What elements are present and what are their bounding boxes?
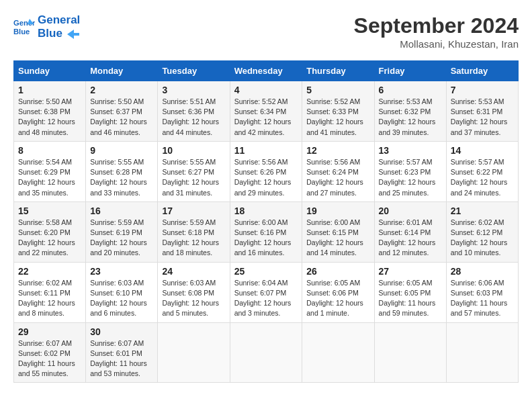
day-number: 12 xyxy=(306,145,369,156)
logo-icon: General Blue xyxy=(13,16,35,38)
calendar-cell xyxy=(374,322,446,383)
day-number: 29 xyxy=(18,326,81,337)
calendar-cell: 27 Sunrise: 6:05 AM Sunset: 6:05 PM Dayl… xyxy=(374,262,446,322)
day-info: Sunrise: 5:55 AM Sunset: 6:27 PM Dayligh… xyxy=(162,157,225,198)
calendar-cell: 8 Sunrise: 5:54 AM Sunset: 6:29 PM Dayli… xyxy=(14,141,86,201)
day-number: 11 xyxy=(234,145,298,156)
day-info: Sunrise: 5:59 AM Sunset: 6:19 PM Dayligh… xyxy=(90,218,153,259)
day-number: 30 xyxy=(90,326,153,337)
calendar-cell xyxy=(446,322,518,383)
title-block: September 2024 Mollasani, Khuzestan, Ira… xyxy=(354,13,519,50)
day-info: Sunrise: 6:00 AM Sunset: 6:16 PM Dayligh… xyxy=(234,218,298,259)
day-info: Sunrise: 5:58 AM Sunset: 6:20 PM Dayligh… xyxy=(18,218,81,259)
calendar-cell: 2 Sunrise: 5:50 AM Sunset: 6:37 PM Dayli… xyxy=(86,81,158,142)
col-header-monday: Monday xyxy=(86,61,158,81)
calendar-cell: 12 Sunrise: 5:56 AM Sunset: 6:24 PM Dayl… xyxy=(302,141,374,201)
calendar-cell: 30 Sunrise: 6:07 AM Sunset: 6:01 PM Dayl… xyxy=(86,322,158,383)
calendar-cell: 11 Sunrise: 5:56 AM Sunset: 6:26 PM Dayl… xyxy=(230,141,302,201)
calendar-cell: 10 Sunrise: 5:55 AM Sunset: 6:27 PM Dayl… xyxy=(158,141,230,201)
month-year-title: September 2024 xyxy=(354,13,519,38)
day-number: 28 xyxy=(451,266,514,277)
day-number: 2 xyxy=(90,85,153,95)
day-info: Sunrise: 5:52 AM Sunset: 6:34 PM Dayligh… xyxy=(234,97,298,138)
day-info: Sunrise: 6:02 AM Sunset: 6:11 PM Dayligh… xyxy=(18,278,81,319)
calendar-table: Sunday Monday Tuesday Wednesday Thursday… xyxy=(13,60,519,383)
day-number: 18 xyxy=(234,205,298,216)
day-number: 27 xyxy=(379,266,442,277)
day-number: 17 xyxy=(162,205,225,216)
day-number: 13 xyxy=(379,145,442,156)
day-info: Sunrise: 5:59 AM Sunset: 6:18 PM Dayligh… xyxy=(162,218,225,259)
day-number: 15 xyxy=(18,205,81,216)
day-number: 6 xyxy=(379,85,442,95)
location-subtitle: Mollasani, Khuzestan, Iran xyxy=(354,38,519,50)
day-info: Sunrise: 6:01 AM Sunset: 6:14 PM Dayligh… xyxy=(379,218,442,259)
day-number: 26 xyxy=(306,266,369,277)
calendar-cell: 16 Sunrise: 5:59 AM Sunset: 6:19 PM Dayl… xyxy=(86,201,158,262)
calendar-cell xyxy=(302,322,374,383)
calendar-cell: 22 Sunrise: 6:02 AM Sunset: 6:11 PM Dayl… xyxy=(14,262,86,322)
col-header-sunday: Sunday xyxy=(14,61,86,81)
calendar-cell: 19 Sunrise: 6:00 AM Sunset: 6:15 PM Dayl… xyxy=(302,201,374,262)
day-info: Sunrise: 6:02 AM Sunset: 6:12 PM Dayligh… xyxy=(451,218,514,259)
day-info: Sunrise: 5:53 AM Sunset: 6:31 PM Dayligh… xyxy=(451,97,514,138)
day-info: Sunrise: 6:03 AM Sunset: 6:08 PM Dayligh… xyxy=(162,278,225,319)
day-number: 25 xyxy=(234,266,298,277)
day-info: Sunrise: 6:06 AM Sunset: 6:03 PM Dayligh… xyxy=(451,278,514,319)
calendar-cell: 21 Sunrise: 6:02 AM Sunset: 6:12 PM Dayl… xyxy=(446,201,518,262)
logo: General Blue General Blue xyxy=(13,13,80,41)
day-number: 10 xyxy=(162,145,225,156)
day-number: 7 xyxy=(451,85,514,95)
day-number: 14 xyxy=(451,145,514,156)
calendar-cell: 14 Sunrise: 5:57 AM Sunset: 6:22 PM Dayl… xyxy=(446,141,518,201)
day-number: 21 xyxy=(451,205,514,216)
day-number: 1 xyxy=(18,85,81,95)
day-info: Sunrise: 6:05 AM Sunset: 6:05 PM Dayligh… xyxy=(379,278,442,319)
calendar-cell: 7 Sunrise: 5:53 AM Sunset: 6:31 PM Dayli… xyxy=(446,81,518,142)
day-number: 23 xyxy=(90,266,153,277)
calendar-cell: 25 Sunrise: 6:04 AM Sunset: 6:07 PM Dayl… xyxy=(230,262,302,322)
day-info: Sunrise: 6:05 AM Sunset: 6:06 PM Dayligh… xyxy=(306,278,369,319)
day-info: Sunrise: 5:50 AM Sunset: 6:38 PM Dayligh… xyxy=(18,97,81,138)
day-info: Sunrise: 5:50 AM Sunset: 6:37 PM Dayligh… xyxy=(90,97,153,138)
day-info: Sunrise: 5:56 AM Sunset: 6:26 PM Dayligh… xyxy=(234,157,298,198)
svg-marker-3 xyxy=(67,30,79,39)
calendar-cell: 20 Sunrise: 6:01 AM Sunset: 6:14 PM Dayl… xyxy=(374,201,446,262)
calendar-cell: 5 Sunrise: 5:52 AM Sunset: 6:33 PM Dayli… xyxy=(302,81,374,142)
calendar-cell xyxy=(158,322,230,383)
day-number: 19 xyxy=(306,205,369,216)
day-info: Sunrise: 6:07 AM Sunset: 6:01 PM Dayligh… xyxy=(90,338,153,379)
calendar-cell: 15 Sunrise: 5:58 AM Sunset: 6:20 PM Dayl… xyxy=(14,201,86,262)
calendar-cell: 23 Sunrise: 6:03 AM Sunset: 6:10 PM Dayl… xyxy=(86,262,158,322)
day-info: Sunrise: 5:53 AM Sunset: 6:32 PM Dayligh… xyxy=(379,97,442,138)
day-info: Sunrise: 6:07 AM Sunset: 6:02 PM Dayligh… xyxy=(18,338,81,379)
day-info: Sunrise: 6:03 AM Sunset: 6:10 PM Dayligh… xyxy=(90,278,153,319)
day-info: Sunrise: 5:56 AM Sunset: 6:24 PM Dayligh… xyxy=(306,157,369,198)
logo-text-general: General xyxy=(38,13,80,27)
calendar-cell xyxy=(230,322,302,383)
col-header-thursday: Thursday xyxy=(302,61,374,81)
calendar-cell: 4 Sunrise: 5:52 AM Sunset: 6:34 PM Dayli… xyxy=(230,81,302,142)
day-info: Sunrise: 5:55 AM Sunset: 6:28 PM Dayligh… xyxy=(90,157,153,198)
day-number: 8 xyxy=(18,145,81,156)
day-info: Sunrise: 5:52 AM Sunset: 6:33 PM Dayligh… xyxy=(306,97,369,138)
day-info: Sunrise: 6:00 AM Sunset: 6:15 PM Dayligh… xyxy=(306,218,369,259)
calendar-cell: 29 Sunrise: 6:07 AM Sunset: 6:02 PM Dayl… xyxy=(14,322,86,383)
calendar-cell: 9 Sunrise: 5:55 AM Sunset: 6:28 PM Dayli… xyxy=(86,141,158,201)
day-number: 16 xyxy=(90,205,153,216)
day-info: Sunrise: 5:57 AM Sunset: 6:23 PM Dayligh… xyxy=(379,157,442,198)
day-number: 9 xyxy=(90,145,153,156)
calendar-cell: 13 Sunrise: 5:57 AM Sunset: 6:23 PM Dayl… xyxy=(374,141,446,201)
day-number: 3 xyxy=(162,85,225,95)
calendar-cell: 24 Sunrise: 6:03 AM Sunset: 6:08 PM Dayl… xyxy=(158,262,230,322)
calendar-cell: 26 Sunrise: 6:05 AM Sunset: 6:06 PM Dayl… xyxy=(302,262,374,322)
day-info: Sunrise: 5:57 AM Sunset: 6:22 PM Dayligh… xyxy=(451,157,514,198)
col-header-wednesday: Wednesday xyxy=(230,61,302,81)
col-header-friday: Friday xyxy=(374,61,446,81)
col-header-tuesday: Tuesday xyxy=(158,61,230,81)
day-number: 4 xyxy=(234,85,298,95)
day-number: 20 xyxy=(379,205,442,216)
svg-text:Blue: Blue xyxy=(13,28,30,36)
logo-arrow-icon xyxy=(67,30,79,39)
day-info: Sunrise: 5:54 AM Sunset: 6:29 PM Dayligh… xyxy=(18,157,81,198)
